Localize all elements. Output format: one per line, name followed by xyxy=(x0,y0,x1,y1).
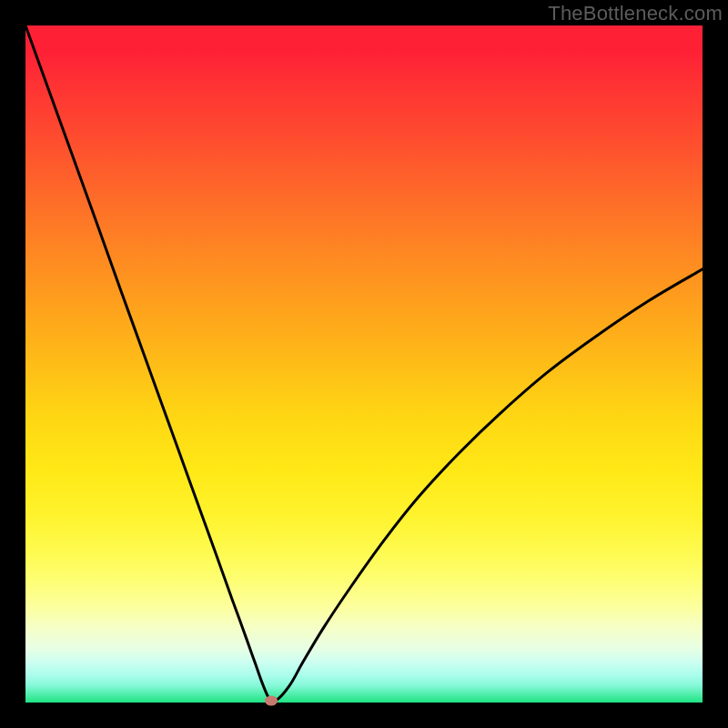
chart-plot-area xyxy=(25,25,703,703)
curve-path xyxy=(25,25,703,702)
watermark-text: TheBottleneck.com xyxy=(548,2,723,25)
chart-frame: TheBottleneck.com xyxy=(0,0,728,728)
bottleneck-curve xyxy=(25,25,703,703)
optimal-point-marker xyxy=(265,695,278,705)
